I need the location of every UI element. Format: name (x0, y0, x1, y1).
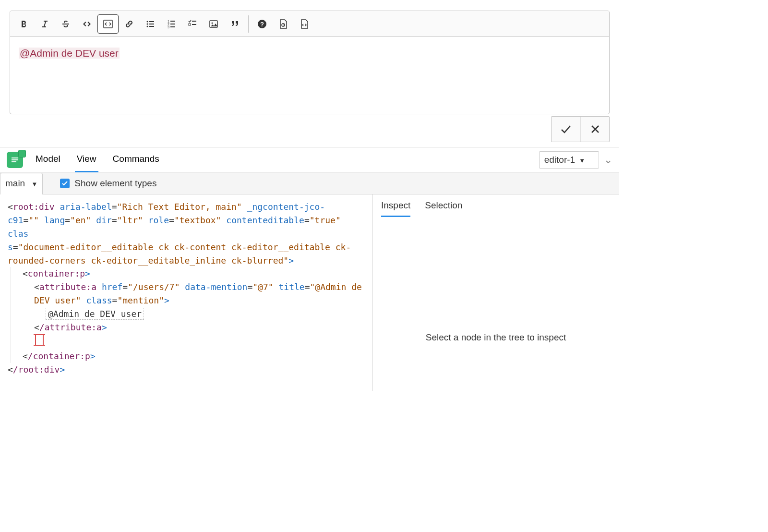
editor-instance-selector[interactable]: editor-1▼ (539, 151, 599, 169)
svg-rect-12 (170, 26, 175, 27)
side-tab-selection[interactable]: Selection (425, 200, 462, 217)
link-button[interactable] (119, 14, 140, 34)
svg-rect-14 (189, 24, 191, 25)
editor-toolbar: 123 ? (10, 11, 609, 37)
code-block-button[interactable] (97, 14, 119, 34)
inspect-empty-message: Select a node in the tree to inspect (372, 217, 619, 343)
editor-instance-label: editor-1 (544, 155, 575, 165)
root-selector[interactable]: main ▼ (0, 173, 43, 194)
numbered-list-button[interactable]: 123 (161, 14, 182, 34)
preview-button[interactable] (273, 14, 294, 34)
source-button[interactable] (294, 14, 315, 34)
strikethrough-button[interactable] (55, 14, 76, 34)
image-button[interactable] (203, 14, 224, 34)
inspector-panel: Model View Commands editor-1▼ ⌄ main ▼ S… (0, 147, 619, 391)
tab-commands[interactable]: Commands (111, 147, 161, 172)
editor-actions (551, 116, 610, 142)
mention-token[interactable]: @Admin de DEV user (19, 48, 120, 59)
svg-rect-10 (170, 24, 175, 24)
svg-point-3 (147, 23, 148, 24)
rich-text-editor: 123 ? @Admin de DEV user (10, 11, 610, 114)
svg-rect-15 (192, 24, 196, 25)
inspector-logo-icon (7, 152, 23, 168)
cancel-button[interactable] (580, 117, 609, 142)
tab-model[interactable]: Model (34, 147, 62, 172)
tab-view[interactable]: View (75, 147, 98, 172)
editor-content[interactable]: @Admin de DEV user (10, 37, 609, 114)
root-selector-label: main (5, 178, 25, 188)
svg-rect-6 (149, 26, 154, 27)
collapse-icon[interactable]: ⌄ (604, 154, 612, 166)
caret-marker-icon (35, 334, 44, 346)
chevron-down-icon: ▼ (31, 181, 37, 188)
show-types-label: Show element types (74, 178, 156, 189)
svg-rect-8 (170, 21, 175, 22)
inspector-tabs: Model View Commands (34, 147, 161, 172)
side-tab-inspect[interactable]: Inspect (381, 200, 410, 217)
svg-rect-13 (192, 21, 196, 22)
bold-button[interactable] (13, 14, 34, 34)
chevron-down-icon: ▼ (579, 157, 585, 164)
todo-list-button[interactable] (182, 14, 203, 34)
svg-rect-23 (12, 159, 18, 160)
tree-text-node[interactable]: @Admin de DEV user (46, 308, 144, 320)
italic-button[interactable] (34, 14, 55, 34)
code-button[interactable] (76, 14, 97, 34)
svg-rect-22 (12, 157, 18, 158)
confirm-button[interactable] (552, 117, 580, 142)
svg-rect-2 (149, 21, 154, 22)
blockquote-button[interactable] (224, 14, 245, 34)
svg-point-17 (212, 22, 213, 24)
svg-rect-4 (149, 24, 154, 24)
view-tree[interactable]: <root:div aria-label="Rich Text Editor, … (0, 194, 372, 391)
bulleted-list-button[interactable] (140, 14, 161, 34)
svg-text:3: 3 (168, 25, 169, 29)
toolbar-separator (248, 15, 249, 33)
help-button[interactable]: ? (252, 14, 273, 34)
svg-point-1 (147, 21, 148, 22)
svg-text:?: ? (260, 21, 264, 28)
inspector-side-pane: Inspect Selection Select a node in the t… (372, 194, 619, 391)
svg-point-21 (283, 24, 284, 25)
svg-point-5 (147, 25, 148, 27)
show-types-checkbox[interactable] (60, 179, 70, 188)
svg-rect-24 (12, 161, 16, 162)
